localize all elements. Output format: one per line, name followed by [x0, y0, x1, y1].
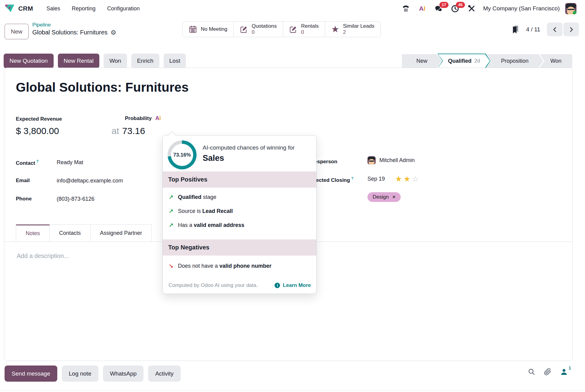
similar-leads-label: Similar Leads — [343, 23, 374, 29]
tag-design[interactable]: Design × — [367, 192, 401, 202]
quotations-count: 0 — [252, 29, 277, 35]
new-quotation-button[interactable]: New Quotation — [4, 54, 54, 68]
breadcrumb-pipeline-link[interactable]: Pipeline — [32, 22, 116, 28]
record-actions-gear-icon[interactable]: ⚙ — [111, 29, 116, 36]
new-rental-button[interactable]: New Rental — [58, 54, 99, 68]
menu-configuration[interactable]: Configuration — [103, 3, 144, 14]
lead-title[interactable]: Global Solutions: Furnitures — [16, 80, 189, 95]
stage-qualified[interactable]: Qualified 2d — [438, 54, 491, 68]
star-icon-filled[interactable]: ★ — [403, 175, 410, 183]
salesperson-value[interactable]: Mitchell Admin — [367, 156, 415, 164]
app-switcher[interactable]: CRM — [5, 4, 33, 13]
contact-value[interactable]: Ready Mat — [57, 159, 83, 166]
tooltip-heading: AI-computed chances of winning for — [203, 144, 295, 151]
rentals-button[interactable]: Rentals 0 — [283, 22, 325, 37]
activity-button[interactable]: Activity — [148, 366, 180, 382]
followers-icon[interactable]: 1 — [560, 368, 570, 376]
record-pager: 4 / 11 — [512, 23, 579, 36]
tab-notes[interactable]: Notes — [16, 224, 50, 242]
voip-phone-icon[interactable] — [400, 3, 412, 14]
activities-clock-icon[interactable]: 45 — [449, 3, 461, 14]
expected-revenue-value[interactable]: $ 3,800.00 — [16, 126, 59, 136]
expected-revenue-label: Expected Revenue — [16, 116, 62, 122]
meeting-label: No Meeting — [201, 26, 227, 32]
log-note-button[interactable]: Log note — [62, 366, 98, 382]
crm-logo-icon — [5, 4, 15, 13]
priority-stars[interactable]: ★★☆ — [395, 175, 419, 183]
contact-label: Contact? — [16, 159, 39, 166]
pager-previous-button[interactable] — [547, 23, 562, 36]
attachments-paperclip-icon[interactable] — [544, 368, 551, 376]
ai-assistant-icon[interactable]: AI — [416, 3, 428, 14]
star-icon-filled[interactable]: ★ — [395, 175, 402, 183]
learn-more-link[interactable]: i Learn More — [275, 282, 311, 288]
top-navbar: CRM Sales Reporting Configuration AI 17 — [0, 0, 585, 17]
ai-donut: 73.16% — [168, 140, 197, 169]
tags-field: Design × — [367, 192, 401, 202]
breadcrumb: Pipeline Global Solutions: Furnitures ⚙ — [32, 22, 116, 36]
similar-leads-button[interactable]: ★ Similar Leads 2 — [325, 22, 381, 37]
stage-won[interactable]: Won — [539, 54, 573, 68]
top-positives-header: Top Positives — [163, 171, 316, 188]
down-arrow-icon: ↘ — [168, 263, 173, 269]
up-arrow-icon: ↗ — [168, 194, 173, 200]
email-value[interactable]: info@deltapc.example.com — [57, 178, 123, 184]
quotations-button[interactable]: Quotations 0 — [233, 22, 283, 37]
top-negatives-header: Top Negatives — [163, 239, 316, 256]
send-message-button[interactable]: Send message — [5, 366, 57, 382]
won-button[interactable]: Won — [104, 54, 127, 68]
messages-badge: 17 — [439, 2, 448, 8]
action-row: New Quotation New Rental Won Enrich Lost… — [0, 54, 585, 68]
probability-ai-icon[interactable]: AI — [155, 115, 161, 122]
whatsapp-button[interactable]: WhatsApp — [103, 366, 144, 382]
contact-help-mark[interactable]: ? — [36, 159, 38, 164]
tab-contacts[interactable]: Contacts — [50, 224, 90, 242]
menu-sales[interactable]: Sales — [42, 3, 64, 14]
breadcrumb-current-record: Global Solutions: Furnitures — [32, 29, 108, 36]
page-bottom-divider — [0, 390, 585, 391]
bookmark-icon[interactable] — [512, 25, 519, 34]
control-panel: New Pipeline Global Solutions: Furniture… — [0, 18, 585, 40]
menu-reporting[interactable]: Reporting — [67, 3, 100, 14]
stage-new[interactable]: New — [401, 54, 442, 68]
rentals-label: Rentals — [301, 23, 319, 29]
debug-tools-icon[interactable] — [466, 3, 478, 14]
pager-next-button[interactable] — [563, 23, 579, 36]
tag-remove-icon[interactable]: × — [392, 194, 395, 200]
chatter-toolbar: Send message Log note WhatsApp Activity … — [0, 365, 585, 384]
pager-counter: 4 / 11 — [526, 26, 540, 33]
rentals-count: 0 — [301, 29, 319, 35]
phone-label: Phone — [16, 196, 32, 202]
lost-button[interactable]: Lost — [164, 54, 186, 68]
messages-icon[interactable]: 17 — [433, 3, 445, 14]
navbar-systray: AI 17 45 My Company (San Francisco) — [400, 3, 576, 14]
star-icon-empty[interactable]: ☆ — [412, 175, 419, 183]
search-messages-icon[interactable] — [528, 368, 535, 376]
positive-item: ↗ Qualified stage — [168, 194, 216, 200]
stage-duration-badge: 2d — [474, 58, 480, 64]
activities-badge: 45 — [456, 2, 465, 8]
positive-item: ↗ Has a valid email address — [168, 222, 244, 228]
email-label: Email — [16, 178, 30, 184]
company-switcher[interactable]: My Company (San Francisco) — [483, 5, 560, 12]
stat-buttons: No Meeting Quotations 0 Ren — [182, 21, 381, 37]
closing-help-mark[interactable]: ? — [351, 176, 353, 181]
ai-probability-tooltip: 73.16% AI-computed chances of winning fo… — [162, 135, 317, 294]
quotation-edit-icon — [240, 25, 248, 34]
probability-value[interactable]: at73.16 — [112, 126, 145, 136]
enrich-button[interactable]: Enrich — [131, 54, 159, 68]
negative-item: ↘ Does not have a valid phone number — [168, 263, 271, 269]
star-icon: ★ — [331, 25, 339, 34]
tooltip-footer-note: Computed by Odoo AI using your data. — [168, 282, 258, 288]
description-input[interactable]: Add a description... — [17, 253, 69, 260]
meeting-button[interactable]: No Meeting — [183, 22, 233, 37]
phone-value[interactable]: (803)-873-6126 — [57, 196, 94, 202]
positive-item: ↗ Source is Lead Recall — [168, 208, 233, 214]
tooltip-team: Sales — [203, 154, 295, 163]
expected-closing-value[interactable]: Sep 19 ★★☆ — [367, 175, 419, 183]
stage-proposition[interactable]: Proposition — [486, 54, 544, 68]
user-avatar[interactable] — [565, 3, 576, 14]
new-record-button[interactable]: New — [5, 24, 29, 39]
tab-assigned-partner[interactable]: Assigned Partner — [90, 224, 152, 242]
rental-edit-icon — [289, 25, 297, 34]
